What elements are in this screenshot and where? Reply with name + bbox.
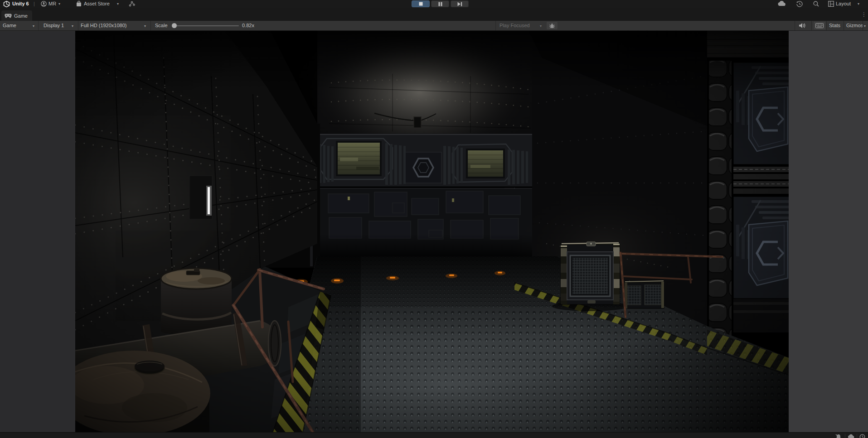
account-icon[interactable] xyxy=(41,1,47,7)
gamepad-icon xyxy=(5,14,12,18)
view-mode-dropdown[interactable]: Game xyxy=(3,23,16,29)
step-button[interactable] xyxy=(451,0,469,7)
asset-store-menu[interactable]: Asset Store xyxy=(84,1,110,7)
chevron-down-icon: ▾ xyxy=(144,24,146,28)
divider xyxy=(844,21,844,30)
scale-slider-thumb[interactable] xyxy=(172,23,177,28)
tab-overflow-menu[interactable]: ⋮ xyxy=(861,11,867,18)
cloud-icon[interactable] xyxy=(778,1,786,6)
chevron-down-icon: ▾ xyxy=(864,24,866,28)
scale-slider[interactable] xyxy=(172,25,239,26)
display-dropdown[interactable]: Display 1 xyxy=(44,23,64,29)
search-icon[interactable] xyxy=(813,1,819,7)
divider xyxy=(811,21,812,30)
pause-button[interactable] xyxy=(431,0,449,7)
stop-button[interactable] xyxy=(412,0,430,7)
game-scene xyxy=(75,31,789,432)
menubar-separator: | xyxy=(34,1,35,7)
unity-logo-icon xyxy=(3,1,10,7)
game-view-gutter-left xyxy=(0,31,75,432)
tab-bar: Game ⋮ xyxy=(0,8,868,21)
chevron-down-icon: ▾ xyxy=(858,2,859,6)
pause-icon xyxy=(438,2,442,6)
status-bar xyxy=(0,432,868,438)
main-toolbar: Unity 6 | MR ▾ Asset Store ▾ xyxy=(0,0,868,8)
chevron-down-icon: ▾ xyxy=(33,24,34,28)
divider xyxy=(495,21,496,30)
version-control-icon[interactable] xyxy=(129,1,135,7)
divider xyxy=(863,21,863,30)
chevron-down-icon: ▾ xyxy=(117,2,119,6)
tab-game-label: Game xyxy=(14,13,28,19)
mute-audio-icon[interactable] xyxy=(799,23,806,29)
divider xyxy=(150,21,151,30)
divider xyxy=(845,434,845,438)
game-view-toolbar: Game ▾ Display 1 ▾ Full HD (1920x1080) ▾… xyxy=(0,21,868,31)
divider xyxy=(38,21,39,30)
stop-icon xyxy=(419,2,423,6)
gizmos-dropdown[interactable]: Gizmos xyxy=(846,23,863,29)
keyboard-toggle[interactable] xyxy=(814,22,825,29)
divider xyxy=(826,21,827,30)
debug-toggle[interactable] xyxy=(547,22,558,29)
bug-icon xyxy=(549,23,555,29)
chevron-down-icon: ▾ xyxy=(58,2,60,6)
stats-toggle[interactable]: Stats xyxy=(829,23,840,29)
divider xyxy=(78,21,78,30)
app-title: Unity 6 xyxy=(12,1,29,7)
resolution-dropdown[interactable]: Full HD (1920x1080) xyxy=(81,23,127,29)
notification-icon[interactable] xyxy=(835,434,842,438)
game-view-gutter-right xyxy=(789,31,868,432)
game-view-panel xyxy=(0,31,868,432)
vignette xyxy=(75,31,789,432)
progress-spinner-icon[interactable] xyxy=(859,434,865,438)
chevron-down-icon: ▾ xyxy=(72,24,73,28)
divider xyxy=(857,434,857,438)
step-icon xyxy=(457,2,462,6)
keyboard-icon xyxy=(815,23,824,28)
history-icon[interactable] xyxy=(796,1,803,7)
chevron-down-icon: ▾ xyxy=(540,24,542,28)
layout-menu[interactable]: Layout xyxy=(836,1,851,7)
tab-game[interactable]: Game xyxy=(1,10,32,21)
layout-grid-icon[interactable] xyxy=(828,1,834,7)
divider xyxy=(795,21,795,30)
play-focused-dropdown[interactable]: Play Focused xyxy=(499,23,530,29)
game-viewport-render[interactable] xyxy=(75,31,789,432)
scale-value: 0.82x xyxy=(242,23,254,29)
account-menu[interactable]: MR xyxy=(48,1,56,7)
asset-store-bag-icon[interactable] xyxy=(76,1,82,7)
scale-label: Scale xyxy=(155,23,168,29)
cloud-status-icon[interactable] xyxy=(848,434,854,438)
